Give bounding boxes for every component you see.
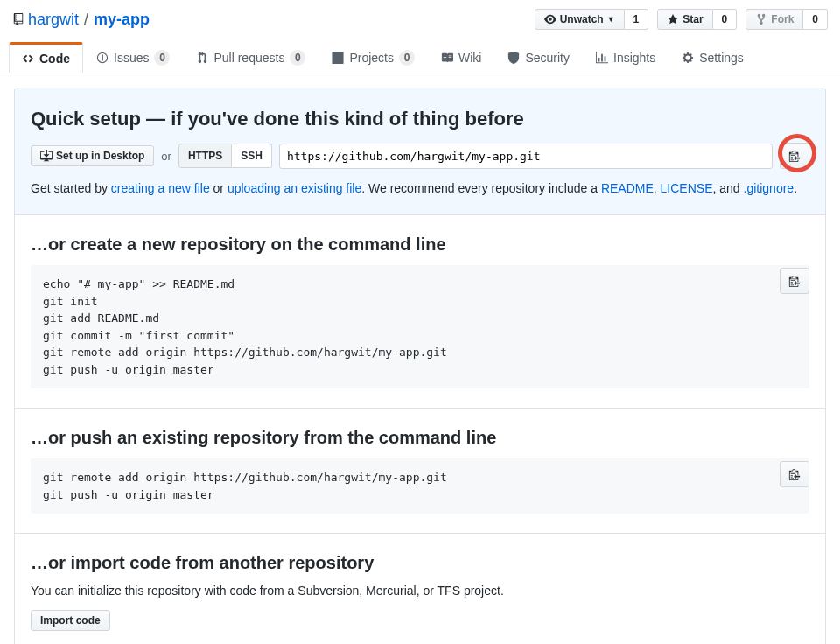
shield-icon [508, 52, 520, 64]
code-icon [22, 52, 34, 65]
unwatch-label: Unwatch [560, 13, 604, 25]
issue-icon [96, 52, 108, 64]
ssh-button[interactable]: SSH [232, 144, 272, 168]
fork-icon [755, 13, 767, 25]
tab-issues[interactable]: Issues 0 [83, 42, 183, 73]
copy-create-button[interactable] [780, 268, 809, 294]
watch-count[interactable]: 1 [625, 9, 649, 30]
push-section: …or push an existing repository from the… [15, 408, 825, 533]
protocol-toggle: HTTPS SSH [178, 144, 272, 168]
quick-setup-section: Quick setup — if you've done this kind o… [15, 88, 825, 214]
unwatch-button[interactable]: Unwatch ▼ [535, 9, 625, 30]
setup-desktop-button[interactable]: Set up in Desktop [31, 145, 154, 166]
https-button[interactable]: HTTPS [178, 144, 232, 168]
projects-count: 0 [399, 50, 415, 66]
tab-wiki[interactable]: Wiki [428, 42, 494, 73]
tab-insights[interactable]: Insights [583, 42, 668, 73]
graph-icon [596, 52, 608, 64]
star-count[interactable]: 0 [713, 9, 738, 30]
gear-icon [682, 52, 694, 64]
tab-code[interactable]: Code [9, 42, 83, 73]
project-icon [332, 52, 344, 64]
or-text: or [161, 150, 172, 163]
book-icon [441, 52, 453, 64]
setup-desktop-label: Set up in Desktop [56, 150, 144, 162]
tab-insights-label: Insights [613, 51, 655, 65]
fork-count[interactable]: 0 [803, 9, 828, 30]
path-separator: / [84, 10, 88, 29]
push-section-title: …or push an existing repository from the… [31, 428, 809, 448]
import-code-button[interactable]: Import code [31, 610, 110, 631]
quick-setup-title: Quick setup — if you've done this kind o… [31, 108, 809, 130]
tab-pulls[interactable]: Pull requests 0 [183, 42, 318, 73]
import-section-title: …or import code from another repository [31, 553, 809, 573]
import-desc: You can initialize this repository with … [31, 584, 809, 598]
star-group: Star 0 [657, 9, 737, 30]
owner-link[interactable]: hargwit [28, 10, 79, 29]
unwatch-group: Unwatch ▼ 1 [535, 9, 649, 30]
tab-pulls-label: Pull requests [214, 51, 284, 65]
help-text: Get started by creating a new file or up… [31, 181, 809, 195]
copy-push-button[interactable] [780, 461, 809, 487]
star-button[interactable]: Star [657, 9, 712, 30]
tab-settings-label: Settings [699, 51, 744, 65]
star-label: Star [682, 13, 703, 25]
fork-group: Fork 0 [746, 9, 828, 30]
repo-nav: Code Issues 0 Pull requests 0 Projects 0… [0, 42, 840, 74]
pull-request-icon [196, 52, 208, 64]
repo-actions: Unwatch ▼ 1 Star 0 Fork 0 [535, 9, 828, 30]
create-section-title: …or create a new repository on the comma… [31, 234, 809, 255]
clone-row: Set up in Desktop or HTTPS SSH [31, 143, 809, 169]
readme-link[interactable]: README [601, 181, 654, 195]
create-section: …or create a new repository on the comma… [15, 214, 825, 408]
tab-issues-label: Issues [114, 51, 149, 65]
new-file-link[interactable]: creating a new file [111, 181, 210, 195]
gitignore-link[interactable]: .gitignore [744, 181, 794, 195]
tab-wiki-label: Wiki [458, 51, 481, 65]
fork-label: Fork [771, 13, 794, 25]
caret-down-icon: ▼ [607, 15, 615, 24]
tab-code-label: Code [39, 52, 70, 66]
star-icon [667, 13, 679, 25]
copy-url-button[interactable] [780, 143, 809, 169]
import-section: …or import code from another repository … [15, 533, 825, 644]
repo-icon [12, 13, 24, 25]
tab-settings[interactable]: Settings [668, 42, 757, 73]
tab-projects-label: Projects [349, 51, 394, 65]
issues-count: 0 [154, 50, 170, 66]
pulls-count: 0 [290, 50, 305, 66]
tab-security[interactable]: Security [494, 42, 583, 73]
create-code-block[interactable]: echo "# my-app" >> README.md git init gi… [31, 265, 809, 388]
repo-link[interactable]: my-app [94, 10, 150, 29]
clipboard-icon [788, 275, 801, 287]
tab-projects[interactable]: Projects 0 [318, 42, 428, 73]
repo-header: hargwit / my-app Unwatch ▼ 1 Star 0 Fork… [0, 0, 840, 30]
repo-title: hargwit / my-app [12, 10, 150, 29]
license-link[interactable]: LICENSE [661, 181, 713, 195]
main-content: Quick setup — if you've done this kind o… [0, 74, 840, 644]
upload-file-link[interactable]: uploading an existing file [228, 181, 361, 195]
tab-security-label: Security [525, 51, 570, 65]
clipboard-icon [788, 468, 801, 480]
clipboard-icon [788, 150, 801, 162]
eye-icon [544, 13, 556, 25]
fork-button[interactable]: Fork [746, 9, 803, 30]
setup-box: Quick setup — if you've done this kind o… [14, 88, 826, 644]
desktop-download-icon [40, 150, 52, 162]
clone-url-input[interactable] [279, 144, 773, 169]
push-code-block[interactable]: git remote add origin https://github.com… [31, 458, 809, 514]
